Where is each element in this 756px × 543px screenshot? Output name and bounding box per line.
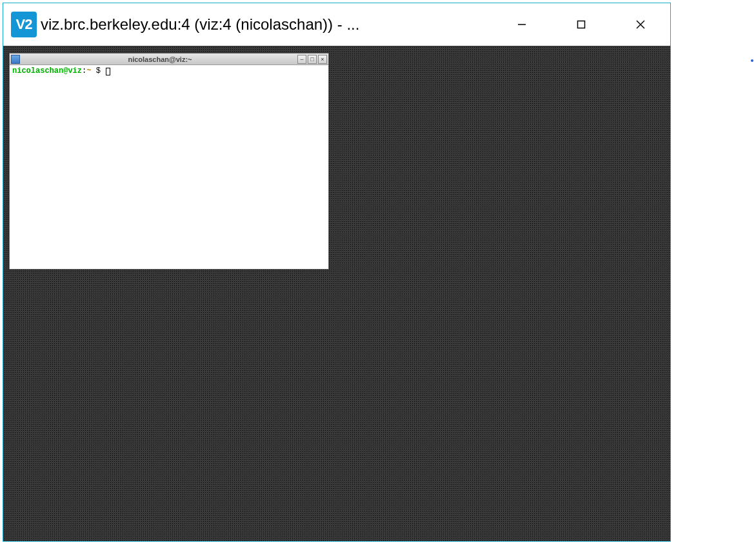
terminal-titlebar[interactable]: nicolaschan@viz:~ – □ ×	[10, 54, 328, 65]
minimize-icon	[517, 20, 526, 29]
prompt-symbol: $	[91, 66, 105, 75]
terminal-maximize-button[interactable]: □	[308, 55, 317, 64]
terminal-cursor	[106, 68, 110, 75]
vnc-viewer-window: V2 viz.brc.berkeley.edu:4 (viz:4 (nicola…	[3, 3, 671, 542]
vnc-app-icon: V2	[11, 12, 37, 37]
prompt-user-host: nicolaschan@viz	[12, 66, 82, 75]
terminal-minimize-button[interactable]: –	[297, 55, 306, 64]
minimize-button[interactable]	[492, 3, 552, 46]
decorative-dot	[751, 59, 753, 62]
terminal-title: nicolaschan@viz:~	[23, 55, 297, 63]
vnc-window-title: viz.brc.berkeley.edu:4 (viz:4 (nicolasch…	[41, 15, 492, 34]
terminal-close-button[interactable]: ×	[318, 55, 327, 64]
remote-desktop-area[interactable]: nicolaschan@viz:~ – □ × nicolaschan@viz:…	[3, 46, 670, 541]
window-controls	[492, 3, 670, 46]
vnc-titlebar[interactable]: V2 viz.brc.berkeley.edu:4 (viz:4 (nicola…	[3, 3, 670, 46]
maximize-icon: □	[310, 56, 313, 63]
svg-rect-1	[578, 21, 585, 28]
close-button[interactable]	[611, 3, 670, 46]
vnc-app-icon-text: V2	[16, 16, 32, 33]
terminal-body[interactable]: nicolaschan@viz:~ $	[10, 65, 328, 269]
maximize-icon	[577, 20, 586, 29]
terminal-window-controls: – □ ×	[297, 55, 327, 64]
close-icon: ×	[321, 56, 324, 63]
maximize-button[interactable]	[552, 3, 611, 46]
close-icon	[635, 19, 646, 30]
terminal-app-icon	[11, 55, 20, 64]
minimize-icon: –	[300, 56, 303, 63]
terminal-window[interactable]: nicolaschan@viz:~ – □ × nicolaschan@viz:…	[9, 53, 329, 270]
